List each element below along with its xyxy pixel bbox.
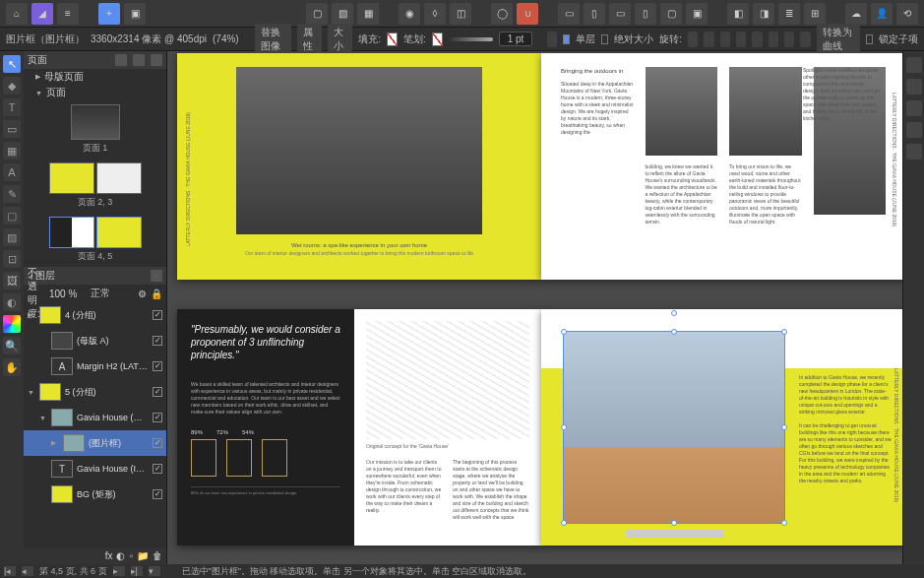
vector-crop-tool[interactable]: ⊡ xyxy=(3,250,21,268)
page-thumb-45[interactable]: 页面 4, 5 xyxy=(24,213,166,267)
align-icon[interactable]: ≣ xyxy=(778,3,800,25)
prev-page-button[interactable]: ◂ xyxy=(22,566,33,576)
first-page-button[interactable]: |◂ xyxy=(4,566,16,576)
layer-row-bg[interactable]: BG (矩形) xyxy=(24,482,166,507)
master-pages-node[interactable]: ▶母版页面 xyxy=(24,69,166,85)
pin-icon[interactable]: ◉ xyxy=(399,3,420,25)
layer-row-masterA[interactable]: (母版 A) xyxy=(24,328,166,353)
layers-menu-icon[interactable] xyxy=(151,270,162,282)
pages-tab[interactable]: 页面 xyxy=(28,53,47,67)
single-layer-check[interactable] xyxy=(563,34,570,44)
zoom-tool[interactable]: 🔍 xyxy=(3,337,21,354)
blend-mode-select[interactable]: 正常 xyxy=(91,287,130,300)
group1-icon[interactable]: ▭ xyxy=(558,3,580,25)
shape-tool[interactable]: ▢ xyxy=(3,207,21,225)
page-thumb-1[interactable]: 页面 1 xyxy=(24,100,166,159)
studio-icon-4[interactable] xyxy=(906,122,922,138)
replace-image-button[interactable]: 替换图像 xyxy=(255,24,292,55)
layer-opt-icon[interactable]: ⚙ xyxy=(138,289,147,299)
doc-icon[interactable]: ≡ xyxy=(57,3,79,25)
layer-fx-icon[interactable]: fx xyxy=(105,550,113,562)
group4-icon[interactable]: ▯ xyxy=(635,3,656,25)
node-tool[interactable]: ◆ xyxy=(3,77,21,95)
grid-icon[interactable]: ▦ xyxy=(357,3,379,25)
anchor-icon[interactable]: ◊ xyxy=(424,3,446,25)
shape-icon[interactable]: ◯ xyxy=(491,3,513,25)
visibility-toggle[interactable] xyxy=(153,361,162,371)
open-button[interactable]: ▣ xyxy=(124,3,146,25)
home-icon[interactable]: ⌂ xyxy=(6,3,28,25)
visibility-toggle[interactable] xyxy=(153,489,162,499)
view-1-icon[interactable]: ▢ xyxy=(306,3,328,25)
group5-icon[interactable]: ▢ xyxy=(660,3,682,25)
properties-button[interactable]: 属性 xyxy=(297,24,322,55)
studio-icon-5[interactable] xyxy=(906,144,922,160)
image-zoom-slider[interactable] xyxy=(626,530,724,538)
visibility-toggle[interactable] xyxy=(153,464,162,474)
layer-folder-icon[interactable]: 📁 xyxy=(137,550,149,562)
image-frame-tool[interactable]: ▭ xyxy=(3,120,21,138)
flip-h-icon[interactable]: ◧ xyxy=(727,3,749,25)
table-tool[interactable]: ▦ xyxy=(3,142,21,160)
fill-tool[interactable]: ▨ xyxy=(3,228,21,246)
transform2-icon[interactable] xyxy=(720,32,730,47)
resize-button[interactable]: 大小 xyxy=(328,24,352,55)
studio-icon-1[interactable] xyxy=(906,57,922,73)
new-button[interactable]: + xyxy=(98,3,120,25)
selected-image-frame[interactable] xyxy=(563,331,785,524)
layer-row-group4[interactable]: ▶4 (分组) xyxy=(24,302,166,328)
pages-add-icon[interactable] xyxy=(115,54,127,66)
corner-icon[interactable] xyxy=(547,32,557,47)
layer-row-group5[interactable]: ▼5 (分组) xyxy=(24,379,166,405)
pen-tool[interactable]: ✎ xyxy=(3,185,21,203)
studio-icon-2[interactable] xyxy=(906,79,922,95)
color-picker-tool[interactable] xyxy=(3,315,21,333)
user-icon[interactable]: 👤 xyxy=(871,3,893,25)
move-tool[interactable]: ↖ xyxy=(3,55,21,73)
page-menu-button[interactable]: ▾ xyxy=(149,566,160,576)
place-image-tool[interactable]: 🖼 xyxy=(3,272,21,289)
transparency-tool[interactable]: ◐ xyxy=(3,293,21,311)
group3-icon[interactable]: ▭ xyxy=(609,3,631,25)
transform4-icon[interactable] xyxy=(752,32,762,47)
lock-children-check[interactable] xyxy=(866,34,873,44)
visibility-toggle[interactable] xyxy=(153,413,162,422)
layer-add-icon[interactable]: ▫ xyxy=(129,550,133,562)
to-curves-button[interactable]: 转换为曲线 xyxy=(817,24,860,55)
app-icon[interactable]: ◢ xyxy=(31,3,53,25)
group6-icon[interactable]: ▣ xyxy=(686,3,708,25)
view-2-icon[interactable]: ▧ xyxy=(332,3,353,25)
layer-row-picframe[interactable]: ▶(图片框) xyxy=(24,430,166,456)
pages-opt-icon[interactable] xyxy=(133,54,145,66)
studio-icon-3[interactable] xyxy=(906,100,922,116)
layer-delete-icon[interactable]: 🗑 xyxy=(153,550,162,562)
layer-row-gavia2[interactable]: TGavia House (In addition to...) xyxy=(24,456,166,482)
last-page-button[interactable]: ▸| xyxy=(131,566,143,576)
transform6-icon[interactable] xyxy=(784,32,794,47)
guide-icon[interactable]: ◫ xyxy=(450,3,471,25)
fill-swatch[interactable] xyxy=(387,32,398,46)
layer-row-margin[interactable]: AMargin H2 (LATTERLY DIRECTIONS) xyxy=(24,353,166,379)
layer-row-gavia[interactable]: ▼Gavia House (图片框) xyxy=(24,405,166,430)
abs-size-check[interactable] xyxy=(601,34,608,44)
cloud-icon[interactable]: ☁ xyxy=(845,3,867,25)
transform5-icon[interactable] xyxy=(769,32,778,47)
canvas[interactable]: LATTERLY DIRECTIONS · THE GAVIA HOUSE (J… xyxy=(167,51,902,564)
pages-node[interactable]: ▼页面 xyxy=(24,85,166,100)
transform3-icon[interactable] xyxy=(736,32,746,47)
hand-tool[interactable]: ✋ xyxy=(3,358,21,376)
stroke-width-field[interactable]: 1 pt xyxy=(499,32,532,46)
layer-lock-icon[interactable]: 🔒 xyxy=(151,289,162,299)
visibility-toggle[interactable] xyxy=(153,310,162,320)
flip-v-icon[interactable]: ◨ xyxy=(753,3,774,25)
sync-icon[interactable]: ⟲ xyxy=(896,3,918,25)
stroke-swatch[interactable] xyxy=(432,32,443,46)
transform1-icon[interactable] xyxy=(704,32,713,47)
visibility-toggle[interactable] xyxy=(153,387,162,397)
visibility-toggle[interactable] xyxy=(153,336,162,346)
next-page-button[interactable]: ▸ xyxy=(113,566,125,576)
visibility-toggle[interactable] xyxy=(153,438,162,448)
page-thumb-23[interactable]: 页面 2, 3 xyxy=(24,159,166,213)
rotate-field[interactable] xyxy=(688,32,698,47)
group2-icon[interactable]: ▯ xyxy=(584,3,605,25)
